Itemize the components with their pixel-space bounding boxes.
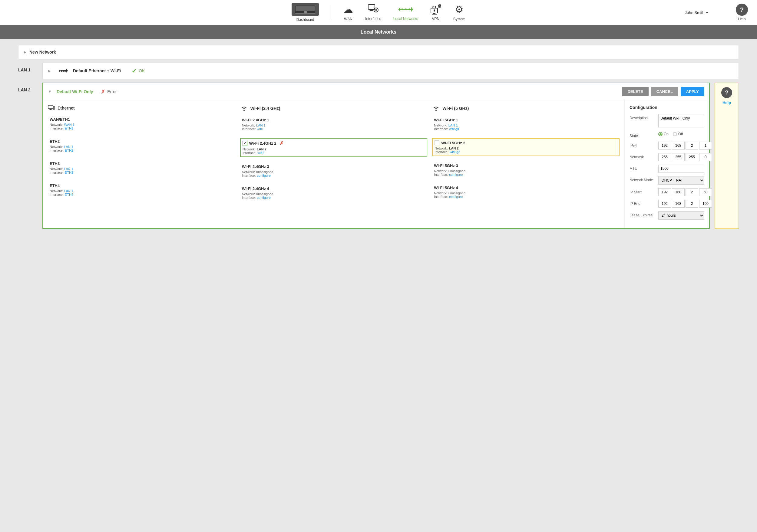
lan1-label: LAN 1 bbox=[18, 63, 43, 72]
interfaces-icon bbox=[368, 4, 378, 15]
eth-name-3: ETH4 bbox=[50, 183, 233, 188]
ip-start-octet-4[interactable] bbox=[699, 188, 712, 196]
state-off-option[interactable]: Off bbox=[673, 132, 683, 136]
ipv4-octet-1[interactable] bbox=[658, 142, 671, 150]
network-mode-value: DHCP + NAT bbox=[658, 176, 704, 184]
lan2-label: LAN 2 bbox=[18, 83, 43, 92]
wifi24-detail-1: Network: LAN 2 bbox=[243, 147, 425, 151]
nav-vpn[interactable]: VPN bbox=[430, 4, 441, 21]
new-network-row[interactable]: ▶ New Network bbox=[18, 45, 739, 59]
ip-end-octet-4[interactable] bbox=[699, 200, 712, 208]
wifi24-detail-0: Network: LAN 1 bbox=[242, 124, 426, 127]
svg-point-14 bbox=[409, 9, 410, 10]
config-lease-row: Lease Expires 24 hours bbox=[629, 211, 704, 220]
config-state-label: State bbox=[629, 132, 658, 138]
wifi5-detail-3: Network: unassigned bbox=[434, 191, 618, 195]
config-netmask-label: Netmask bbox=[629, 153, 658, 159]
ip-end-octet-2[interactable] bbox=[672, 200, 685, 208]
lan1-status-text: OK bbox=[139, 69, 145, 73]
ip-end-octet-3[interactable] bbox=[685, 200, 698, 208]
ip-start-group bbox=[658, 188, 712, 196]
ipv4-octet-4[interactable] bbox=[699, 142, 712, 150]
lan1-panel[interactable]: ▶ Default Ethernet + Wi-Fi ✔ OK bbox=[43, 63, 739, 79]
cancel-button[interactable]: CANCEL bbox=[651, 87, 678, 96]
svg-rect-18 bbox=[433, 6, 436, 8]
lan2-collapse-arrow[interactable]: ▼ bbox=[48, 89, 52, 94]
wifi5-name-0: Wi-Fi 5GHz 1 bbox=[434, 118, 618, 122]
state-on-label: On bbox=[664, 132, 669, 136]
mtu-input[interactable] bbox=[658, 165, 704, 173]
wifi24-name-2: Wi-Fi 2.4GHz 3 bbox=[242, 164, 426, 169]
new-network-arrow: ▶ bbox=[24, 50, 26, 54]
state-on-radio[interactable] bbox=[658, 132, 662, 136]
wifi24-detail-2b: Interface: configure bbox=[242, 174, 426, 177]
wifi24-checkbox-1[interactable]: ✓ bbox=[243, 141, 247, 146]
eth-detail-0: Network: WAN 1 bbox=[50, 123, 233, 126]
delete-button[interactable]: DELETE bbox=[622, 87, 648, 96]
wifi5-item-3: Wi-Fi 5GHz 4 Network: unassigned Interfa… bbox=[432, 184, 620, 200]
config-panel: Configuration Description Default Wi-Fi … bbox=[624, 100, 709, 228]
eth-item-1: ETH2 Network: LAN 1 Interface: ETH2 bbox=[48, 137, 235, 154]
nav-dashboard[interactable]: Dashboard bbox=[291, 3, 319, 22]
wifi5-name-1: Wi-Fi 5GHz 2 bbox=[435, 140, 617, 145]
svg-rect-17 bbox=[432, 14, 437, 14]
nav-interfaces-label: Interfaces bbox=[365, 17, 381, 21]
ip-end-group bbox=[658, 200, 712, 208]
wifi5-header: Wi-Fi (5 GHz) bbox=[432, 105, 620, 112]
svg-rect-7 bbox=[374, 10, 375, 10]
description-textarea[interactable]: Default Wi-Fi Only bbox=[658, 114, 704, 127]
wifi24-header: Wi-Fi (2.4 GHz) bbox=[240, 105, 428, 112]
netmask-octet-3[interactable] bbox=[685, 153, 698, 161]
wifi24-detail-0b: Interface: wifi1 bbox=[242, 127, 426, 131]
svg-point-38 bbox=[436, 110, 437, 111]
ipv4-octet-2[interactable] bbox=[672, 142, 685, 150]
state-off-radio[interactable] bbox=[673, 132, 677, 136]
apply-button[interactable]: APPLY bbox=[681, 87, 704, 96]
wifi5-checkbox-1[interactable] bbox=[435, 140, 439, 145]
svg-rect-2 bbox=[369, 11, 374, 11]
local-networks-icon bbox=[398, 4, 414, 15]
network-mode-select[interactable]: DHCP + NAT bbox=[658, 176, 704, 184]
ipv4-octet-3[interactable] bbox=[685, 142, 698, 150]
svg-rect-8 bbox=[378, 10, 378, 10]
wifi24-icon bbox=[240, 105, 248, 112]
svg-rect-32 bbox=[49, 110, 52, 110]
state-on-option[interactable]: On bbox=[658, 132, 669, 136]
ethernet-column: Ethernet WAN/ETH1 Network: WAN 1 I bbox=[48, 105, 235, 223]
help-side-label[interactable]: Help bbox=[722, 100, 731, 105]
netmask-octet-4[interactable] bbox=[699, 153, 712, 161]
nav-help[interactable]: ? Help bbox=[736, 4, 748, 21]
wifi5-name-2: Wi-Fi 5GHz 3 bbox=[434, 163, 618, 168]
nav-interfaces[interactable]: Interfaces bbox=[365, 4, 381, 21]
wifi24-item-3: Wi-Fi 2.4GHz 4 Network: unassigned Inter… bbox=[240, 184, 428, 201]
ip-start-octet-1[interactable] bbox=[658, 188, 671, 196]
nav-help-label: Help bbox=[738, 17, 746, 21]
netmask-octet-2[interactable] bbox=[672, 153, 685, 161]
eth-detail-2b: Interface: ETH3 bbox=[50, 171, 233, 174]
user-menu[interactable]: John Smith ▼ bbox=[685, 10, 709, 15]
config-title: Configuration bbox=[629, 105, 704, 110]
wifi5-item-1[interactable]: Wi-Fi 5GHz 2 Network: LAN 2 Interface: w… bbox=[432, 138, 620, 156]
eth-detail-3: Network: LAN 1 bbox=[50, 189, 233, 193]
svg-point-20 bbox=[434, 9, 435, 11]
nav-wan[interactable]: ☁ WAN bbox=[343, 4, 353, 21]
svg-rect-31 bbox=[50, 109, 51, 110]
nav-local-networks[interactable]: Local Networks bbox=[393, 4, 418, 21]
ip-start-octet-3[interactable] bbox=[685, 188, 698, 196]
wifi5-header-label: Wi-Fi (5 GHz) bbox=[442, 106, 469, 111]
svg-rect-16 bbox=[433, 13, 436, 14]
lan2-panel: ▼ Default Wi-Fi Only ✗ Error DELETE CANC… bbox=[43, 83, 710, 229]
wifi5-detail-2b: Interface: configure bbox=[434, 173, 618, 177]
netmask-octet-1[interactable] bbox=[658, 153, 671, 161]
config-ip-start-label: IP Start bbox=[629, 188, 658, 194]
wifi24-item-1[interactable]: ✓ Wi-Fi 2.4GHz 2 ✗ Network: LAN 2 Interf… bbox=[240, 138, 428, 157]
svg-rect-6 bbox=[376, 12, 377, 13]
help-icon: ? bbox=[736, 4, 748, 16]
ip-start-octet-2[interactable] bbox=[672, 188, 685, 196]
ip-end-octet-1[interactable] bbox=[658, 200, 671, 208]
wifi24-detail-2: Network: unassigned bbox=[242, 170, 426, 174]
nav-system[interactable]: ⚙ System bbox=[453, 4, 466, 21]
svg-marker-25 bbox=[59, 69, 60, 72]
lease-select[interactable]: 24 hours bbox=[658, 211, 704, 220]
svg-marker-11 bbox=[411, 7, 413, 12]
